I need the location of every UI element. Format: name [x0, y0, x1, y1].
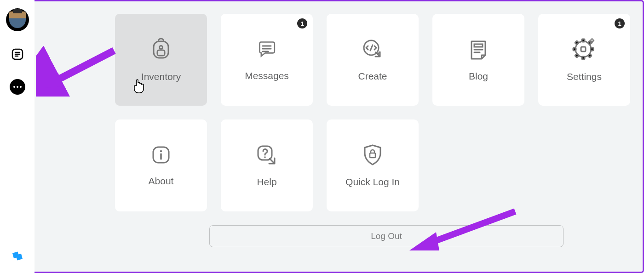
dot-icon: [13, 86, 15, 88]
svg-point-8: [160, 46, 163, 49]
blog-icon: [467, 38, 490, 61]
svg-rect-21: [582, 57, 585, 59]
avatar[interactable]: [6, 8, 29, 31]
svg-point-30: [160, 150, 162, 152]
badge: 1: [297, 18, 307, 28]
tile-messages[interactable]: 1 Messages: [221, 14, 313, 106]
sidebar-feed-button[interactable]: [8, 45, 27, 63]
tile-quick-login[interactable]: Quick Log In: [327, 119, 419, 211]
svg-rect-19: [581, 47, 586, 51]
code-icon: [361, 38, 384, 61]
svg-rect-20: [582, 39, 585, 42]
tile-settings[interactable]: 1: [538, 14, 630, 106]
tile-create[interactable]: Create: [327, 14, 419, 106]
tile-label: Create: [358, 71, 387, 82]
dot-icon: [20, 86, 22, 88]
tile-label: Quick Log In: [345, 176, 400, 188]
feed-icon: [12, 48, 23, 60]
tile-about[interactable]: About: [115, 119, 207, 211]
svg-rect-15: [474, 44, 483, 47]
logout-button[interactable]: Log Out: [209, 225, 564, 247]
tile-label: Help: [257, 176, 276, 188]
tile-label: About: [149, 176, 174, 187]
roblox-studio-logo[interactable]: [11, 249, 24, 263]
content-area: Inventory 1 Messages: [34, 0, 644, 273]
svg-rect-26: [575, 54, 579, 57]
shield-lock-icon: [362, 143, 383, 166]
svg-rect-23: [591, 48, 593, 51]
roblox-studio-icon: [11, 249, 24, 263]
message-icon: [256, 38, 278, 60]
tile-label: Settings: [567, 71, 602, 82]
sidebar: [0, 0, 34, 273]
backpack-icon: [149, 37, 173, 61]
svg-line-34: [270, 159, 274, 163]
tile-label: Blog: [469, 71, 488, 82]
tile-blog[interactable]: Blog: [432, 14, 524, 106]
dot-icon: [17, 86, 18, 88]
gear-icon: [572, 37, 596, 61]
info-icon: [150, 144, 172, 165]
svg-line-13: [370, 45, 373, 51]
svg-rect-22: [573, 48, 576, 51]
sidebar-more-button[interactable]: [10, 79, 25, 95]
svg-point-33: [264, 156, 266, 158]
badge: 1: [615, 18, 625, 28]
tile-help[interactable]: Help: [221, 119, 313, 211]
svg-rect-7: [157, 50, 165, 56]
tile-label: Messages: [245, 70, 289, 81]
tile-label: Inventory: [141, 71, 181, 82]
help-icon: [255, 143, 278, 166]
tile-inventory[interactable]: Inventory: [115, 14, 207, 106]
svg-rect-24: [575, 41, 579, 45]
svg-rect-25: [588, 54, 592, 57]
svg-rect-35: [370, 153, 375, 158]
